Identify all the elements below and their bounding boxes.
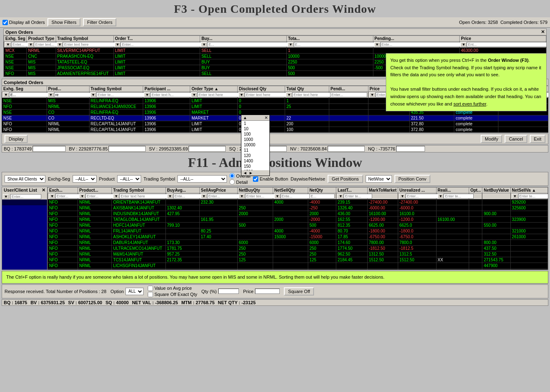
filter-co-disc[interactable]: ▼: [237, 92, 285, 98]
dropdown-list[interactable]: 1 10 100 1000 10000 11 120 1400 150 1500: [241, 121, 269, 170]
filter-prod[interactable]: ▼: [27, 42, 56, 48]
filter-input-f11-prod[interactable]: [85, 194, 116, 199]
detail-radio-label[interactable]: Detail: [229, 179, 250, 185]
enable-button-checkbox[interactable]: [253, 176, 258, 182]
filter-input-co-pend[interactable]: [330, 92, 367, 97]
filter-input-price[interactable]: [467, 42, 546, 47]
table-row[interactable]: NFONRMLTCS14JANFUT2172.351251252184.4515…: [48, 257, 548, 263]
filter-total[interactable]: ▼: [286, 42, 373, 48]
filter-btn-f11-buyavg[interactable]: ▼: [167, 194, 173, 199]
filter-btn-prod[interactable]: ▼: [28, 42, 34, 47]
filter-btn-co-disc[interactable]: ▼: [238, 92, 245, 97]
filter-input-f11-sym[interactable]: [119, 194, 170, 199]
exit-button[interactable]: Exit: [530, 135, 545, 143]
list-item[interactable]: 150: [241, 164, 269, 169]
filter-btn-co-part[interactable]: ▼: [144, 92, 150, 97]
filter-sym[interactable]: ▼: [56, 42, 113, 48]
product-select[interactable]: --ALL--: [117, 175, 141, 183]
detail-radio[interactable]: [229, 179, 235, 185]
filter-input-pending[interactable]: [380, 42, 465, 47]
option-select[interactable]: ALL: [125, 288, 144, 295]
nv-input[interactable]: [328, 146, 365, 152]
sidebar-filter-input[interactable]: [10, 194, 41, 199]
filter-input-f11-real[interactable]: [444, 194, 473, 199]
table-row[interactable]: NFONRMLORIENTBANK14JANFUT232.304000-4000…: [48, 200, 548, 205]
filter-input-buy[interactable]: [207, 42, 292, 47]
filter-btn-co-ordtype[interactable]: ▼: [191, 92, 197, 97]
filter-co-total[interactable]: ▼: [285, 92, 329, 98]
filter-btn-f11-prod[interactable]: ▼: [79, 194, 85, 199]
filter-btn-f11-sym[interactable]: ▼: [113, 194, 119, 199]
filter-exhg[interactable]: ▼: [4, 42, 27, 48]
scroll-left-icon[interactable]: ◄: [243, 171, 247, 175]
filter-input-co-total[interactable]: [292, 92, 334, 97]
filter-price[interactable]: ▼: [460, 42, 546, 48]
filter-input-f11-unreal[interactable]: [406, 194, 441, 199]
filter-pending[interactable]: ▼: [373, 42, 460, 48]
table-row[interactable]: NFONRMLLICHSGFIN14JANFUT447900: [48, 263, 548, 269]
filter-co-part[interactable]: ▼: [143, 92, 190, 98]
table-row[interactable]: NFONRMLASHOKLEY14JANFUT17.4015000-150001…: [48, 234, 548, 240]
sidebar-selected-item[interactable]: [2, 200, 47, 205]
table-row[interactable]: NFONRMLULTRACEMCO14JANFUT1781.7525025017…: [48, 246, 548, 251]
list-item[interactable]: 1: [241, 121, 269, 126]
filter-btn-f11-unreal[interactable]: ▼: [399, 194, 406, 199]
square-off-button[interactable]: Square Off: [284, 287, 314, 296]
table-row[interactable]: NFONRMLAXISBANK14JANFUT1302.40250-250132…: [48, 205, 548, 211]
position-conv-button[interactable]: Position Conv: [394, 175, 431, 183]
filter-input-co-sym[interactable]: [96, 92, 148, 97]
list-item[interactable]: 10: [241, 126, 269, 131]
f11-table-container[interactable]: Exch... Product... Trading Symbol BuyAvg…: [47, 187, 548, 270]
display-button[interactable]: Display: [5, 135, 28, 143]
filter-ordtype[interactable]: ▼: [113, 42, 200, 48]
table-row[interactable]: NFONRMLDABUR14JANFUT173.3060006000174.60…: [48, 240, 548, 246]
filter-orders-button[interactable]: Filter Orders: [83, 18, 116, 26]
filter-btn-co-prod[interactable]: ▼: [48, 92, 54, 97]
filter-buy[interactable]: ▼: [200, 42, 287, 48]
filter-input-f11-sellavg[interactable]: [207, 194, 242, 199]
filter-btn-f11-sellavg[interactable]: ▼: [201, 194, 207, 199]
sidebar-filter-btn[interactable]: ▼: [3, 194, 9, 199]
list-item[interactable]: 100: [241, 131, 269, 137]
show-filters-button[interactable]: Show Filters: [47, 18, 81, 26]
filter-btn-ordtype[interactable]: ▼: [115, 42, 121, 47]
open-orders-close[interactable]: ✕: [541, 29, 545, 35]
filter-btn-f11-exch[interactable]: ▼: [49, 194, 55, 199]
list-item[interactable]: 10000: [241, 142, 269, 148]
square-off-exact-checkbox[interactable]: [148, 292, 153, 297]
display-all-checkbox-label[interactable]: Display all Orders: [2, 20, 45, 25]
filter-btn-f11-last[interactable]: ▼: [338, 194, 344, 199]
filter-dropdown-overlay[interactable]: ▲ ✕ 1 10 100 1000 10000 11 120 1400 150 …: [241, 115, 270, 176]
sidebar-content[interactable]: [2, 200, 47, 261]
display-all-checkbox[interactable]: [2, 20, 8, 25]
cancel-button[interactable]: Cancel: [505, 135, 527, 143]
netwise-select[interactable]: NetWise: [366, 175, 392, 183]
filter-btn-buy[interactable]: ▼: [201, 42, 207, 47]
exchg-seg-select[interactable]: --ALL--: [73, 175, 97, 183]
enable-button-checkbox-label[interactable]: Enable Button: [253, 176, 288, 182]
filter-input-f11-nsv[interactable]: [518, 194, 548, 199]
table-row[interactable]: NFONRMLINDUSINDBK14JANFUT427.95200020004…: [48, 211, 548, 217]
qty-pct-input[interactable]: [218, 289, 239, 294]
value-on-avg-checkbox[interactable]: [148, 286, 153, 291]
filter-input-f11-netbuy[interactable]: [245, 194, 278, 199]
table-row[interactable]: NFONRMLHDFC14JANFUT799.10500500812.35662…: [48, 223, 548, 228]
filter-input-f11-netqty[interactable]: [309, 194, 335, 199]
list-item[interactable]: 120: [241, 153, 269, 158]
price-input[interactable]: [255, 289, 280, 294]
list-item[interactable]: 1000: [241, 137, 269, 142]
sv-input[interactable]: [189, 146, 226, 152]
filter-btn-f11-netsell[interactable]: ▼: [274, 194, 281, 199]
table-row[interactable]: NSE CO RECLTD-EQ 13906 MARKET 0 22 221.5…: [2, 115, 548, 121]
bq-input[interactable]: [33, 146, 66, 152]
filter-btn-f11-real[interactable]: ▼: [438, 194, 444, 199]
overall-radio[interactable]: [229, 173, 235, 178]
get-positions-button[interactable]: Get Positions: [328, 175, 363, 183]
table-row[interactable]: NFO NRML RELCAPITAL14JANFUT 13906 LIMIT …: [2, 121, 548, 127]
filter-btn-co-exhg[interactable]: ▼: [3, 92, 9, 97]
table-row[interactable]: NFONRMLBANKBARODA14JANF...: [48, 269, 548, 270]
table-row[interactable]: NFO NRML RELCAPITAL14JANFUT 13906 LIMIT …: [2, 127, 548, 133]
filter-btn-co-price[interactable]: ▼: [369, 92, 375, 97]
filter-input-co-ordtype[interactable]: [197, 92, 243, 97]
filter-co-exhg[interactable]: ▼: [2, 92, 47, 98]
